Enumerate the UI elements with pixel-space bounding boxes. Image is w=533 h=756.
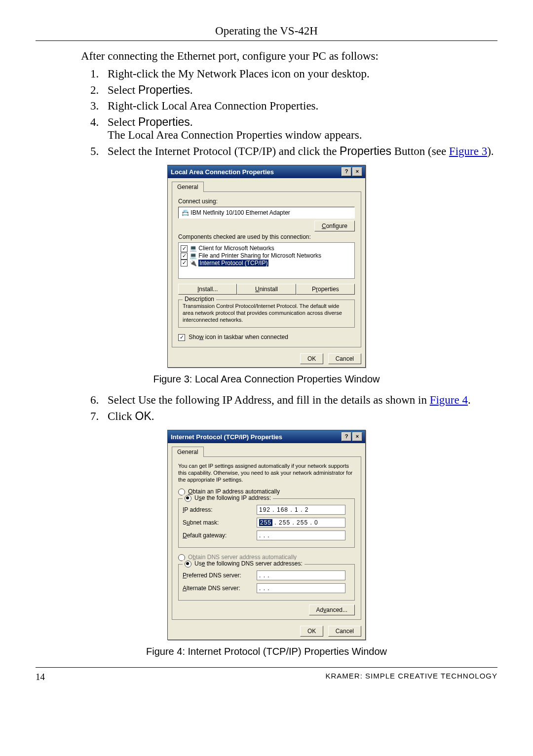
step-2-pre: Select (108, 84, 138, 96)
subnet-label: Subnet mask: (183, 519, 257, 526)
step-2-prop: Properties (138, 83, 190, 96)
step-7: Click OK. (102, 410, 497, 423)
advanced-button[interactable]: Advanced... (309, 605, 355, 615)
step-5-end: ). (487, 145, 494, 157)
tab-general[interactable]: General (172, 182, 204, 192)
install-button[interactable]: Install... (178, 284, 237, 295)
component-1: Client for Microsoft Networks (198, 245, 274, 252)
connect-using-label: Connect using: (178, 198, 355, 205)
step-2: Select Properties. (102, 83, 497, 97)
subnet-rest: . 255 . 255 . 0 (272, 519, 318, 526)
show-icon-label: Show icon in taskbar when connected (189, 334, 288, 340)
component-3-selected: Internet Protocol (TCP/IP) (198, 260, 268, 266)
step-7-ok: OK (135, 410, 152, 422)
ip-address-label: IP address: (183, 506, 257, 513)
close-icon[interactable]: × (352, 432, 362, 441)
help-icon[interactable]: ? (342, 167, 351, 176)
figure-3-link[interactable]: Figure 3 (449, 145, 487, 157)
description-group: Description Transmission Control Protoco… (178, 300, 355, 328)
alt-dns-input[interactable]: . . . (257, 583, 345, 593)
page-header: Operating the VS-42H (36, 25, 497, 41)
components-label: Components checked are used by this conn… (178, 233, 355, 240)
checkbox-icon[interactable]: ✓ (181, 245, 188, 252)
dialog2-titlebar: Internet Protocol (TCP/IP) Properties ? … (168, 430, 365, 443)
step-6-post: . (468, 394, 471, 406)
step-6: Select Use the following IP Address, and… (102, 394, 497, 407)
step-4-pre: Select (108, 116, 138, 128)
list-item[interactable]: ✓💻 File and Printer Sharing for Microsof… (181, 252, 352, 260)
step-7-pre: Click (108, 410, 135, 422)
adapter-field: 📇 IBM Netfinity 10/100 Ethernet Adapter (178, 207, 355, 219)
list-item[interactable]: ✓🔌 Internet Protocol (TCP/IP) (181, 260, 352, 267)
cancel-button[interactable]: Cancel (328, 353, 361, 364)
close-icon[interactable]: × (352, 167, 362, 176)
network-adapter-icon: 📇 (182, 209, 190, 216)
tab-general[interactable]: General (172, 447, 204, 457)
pref-dns-input[interactable]: . . . (257, 570, 345, 580)
cancel-button[interactable]: Cancel (328, 626, 361, 637)
step-5-pre: Select the Internet Protocol (TCP/IP) an… (108, 145, 340, 157)
step-5-post: Button (see (391, 145, 449, 157)
uninstall-button[interactable]: Uninstall (237, 284, 296, 295)
subnet-input[interactable]: 255 . 255 . 255 . 0 (257, 518, 345, 528)
page-footer: 14 KRAMER: SIMPLE CREATIVE TECHNOLOGY (36, 667, 497, 682)
step-4-prop: Properties (138, 115, 190, 128)
checkbox-icon[interactable]: ✓ (181, 253, 188, 260)
tcpip-explain: You can get IP settings assigned automat… (178, 463, 355, 483)
step-1: Right-click the My Network Places icon o… (102, 68, 497, 80)
step-5: Select the Internet Protocol (TCP/IP) an… (102, 145, 497, 158)
radio-icon[interactable] (185, 561, 191, 567)
ip-address-input[interactable]: 192 . 168 . 1 . 2 (257, 505, 345, 515)
page-number: 14 (36, 672, 45, 682)
dialog2-title: Internet Protocol (TCP/IP) Properties (171, 433, 282, 441)
show-icon-row[interactable]: ✓ Show icon in taskbar when connected (178, 334, 355, 341)
radio-use-dns[interactable]: Use the following DNS server addresses: (183, 560, 305, 567)
use-dns-group: Use the following DNS server addresses: … (178, 564, 355, 601)
figure-4-link[interactable]: Figure 4 (430, 394, 468, 406)
step-2-post: . (190, 84, 193, 96)
lan-properties-dialog: Local Area Connection Properties ? × Gen… (167, 165, 366, 368)
gateway-label: Default gateway: (183, 532, 257, 539)
list-item[interactable]: ✓💻 Client for Microsoft Networks (181, 245, 352, 252)
step-3: Right-click Local Area Connection Proper… (102, 100, 497, 113)
help-icon[interactable]: ? (342, 432, 351, 441)
footer-brand: KRAMER: SIMPLE CREATIVE TECHNOLOGY (325, 672, 497, 682)
use-ip-group: Use the following IP address: IP address… (178, 498, 355, 548)
components-listbox[interactable]: ✓💻 Client for Microsoft Networks ✓💻 File… (178, 242, 355, 279)
step-5-prop: Properties (340, 145, 391, 157)
step-4-line2: The Local Area Connection Properties win… (108, 129, 362, 141)
pref-dns-label: Preferred DNS server: (183, 572, 257, 579)
dialog1-titlebar: Local Area Connection Properties ? × (168, 165, 365, 178)
figure-3-caption: Figure 3: Local Area Connection Properti… (36, 374, 497, 385)
checkbox-icon[interactable]: ✓ (178, 334, 185, 341)
step-7-post: . (152, 410, 154, 422)
step-4-post: . (190, 116, 193, 128)
figure-4-caption: Figure 4: Internet Protocol (TCP/IP) Pro… (36, 646, 497, 657)
properties-button[interactable]: Properties (296, 284, 355, 295)
component-2: File and Printer Sharing for Microsoft N… (198, 252, 321, 259)
intro-text: After connecting the Ethernet port, conf… (81, 50, 497, 63)
tcpip-properties-dialog: Internet Protocol (TCP/IP) Properties ? … (167, 430, 366, 640)
configure-button[interactable]: CConfigureonfigure (314, 221, 355, 231)
radio-icon[interactable] (185, 495, 191, 502)
radio-use-ip[interactable]: Use the following IP address: (183, 494, 273, 502)
description-title: Description (183, 296, 216, 302)
dialog1-title: Local Area Connection Properties (171, 168, 274, 176)
ok-button[interactable]: OK (300, 626, 323, 637)
alt-dns-label: Alternate DNS server: (183, 585, 257, 592)
ok-button[interactable]: OK (300, 353, 323, 364)
subnet-oct1: 255 (259, 519, 272, 526)
adapter-name: IBM Netfinity 10/100 Ethernet Adapter (190, 209, 290, 216)
step-4: Select Properties. The Local Area Connec… (102, 115, 497, 142)
step-6-pre: Select Use the following IP Address, and… (108, 394, 430, 406)
gateway-input[interactable]: . . . (257, 530, 345, 540)
steps-list: Right-click the My Network Places icon o… (81, 68, 497, 158)
checkbox-icon[interactable]: ✓ (181, 260, 188, 266)
description-text: Transmission Control Protocol/Internet P… (183, 303, 350, 323)
steps-list-2: Select Use the following IP Address, and… (81, 394, 497, 423)
